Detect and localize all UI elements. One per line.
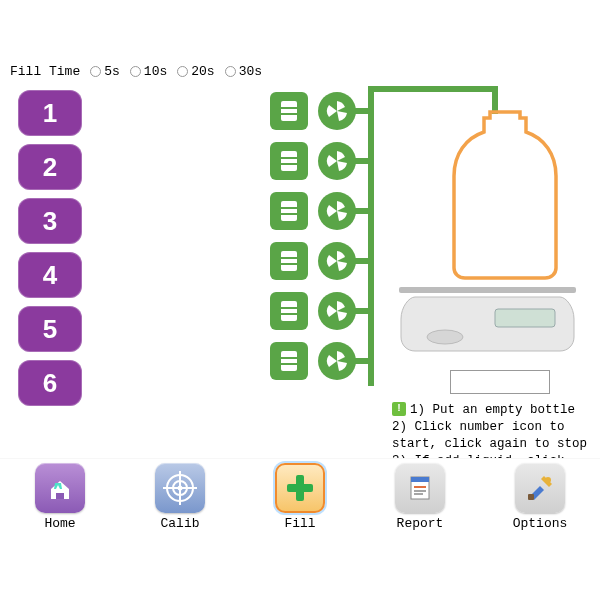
target-icon bbox=[155, 463, 205, 513]
svg-rect-11 bbox=[281, 263, 297, 265]
svg-rect-0 bbox=[281, 101, 297, 121]
barrel-icon bbox=[279, 349, 299, 373]
tools-icon bbox=[515, 463, 565, 513]
fan-icon bbox=[325, 249, 349, 273]
svg-rect-15 bbox=[281, 351, 297, 371]
svg-rect-1 bbox=[281, 107, 297, 109]
fill-time-label: Fill Time bbox=[10, 64, 80, 79]
svg-rect-12 bbox=[281, 301, 297, 321]
tank-4-button[interactable] bbox=[270, 242, 308, 280]
bottom-nav: Home Calib Fill Report Options bbox=[0, 458, 600, 538]
number-column: 1 2 3 4 5 6 bbox=[18, 90, 82, 406]
nav-home[interactable]: Home bbox=[15, 463, 105, 531]
nav-fill-label: Fill bbox=[284, 516, 315, 531]
fan-icon bbox=[325, 99, 349, 123]
pump-4-button[interactable] bbox=[318, 242, 356, 280]
svg-rect-6 bbox=[281, 201, 297, 221]
channel-2-button[interactable]: 2 bbox=[18, 144, 82, 190]
nav-home-label: Home bbox=[44, 516, 75, 531]
radio-icon bbox=[90, 66, 101, 77]
fill-time-20s[interactable]: 20s bbox=[177, 64, 214, 79]
report-icon bbox=[395, 463, 445, 513]
tank-1-button[interactable] bbox=[270, 92, 308, 130]
pump-3-button[interactable] bbox=[318, 192, 356, 230]
channel-3-button[interactable]: 3 bbox=[18, 198, 82, 244]
svg-rect-7 bbox=[281, 207, 297, 209]
fan-icon bbox=[325, 299, 349, 323]
nav-calib[interactable]: Calib bbox=[135, 463, 225, 531]
svg-rect-4 bbox=[281, 157, 297, 159]
svg-rect-34 bbox=[528, 494, 534, 500]
svg-rect-16 bbox=[281, 357, 297, 359]
nav-fill[interactable]: Fill bbox=[255, 463, 345, 531]
svg-rect-18 bbox=[399, 287, 576, 293]
fill-time-10s[interactable]: 10s bbox=[130, 64, 167, 79]
barrel-icon bbox=[279, 149, 299, 173]
radio-icon bbox=[130, 66, 141, 77]
nav-options[interactable]: Options bbox=[495, 463, 585, 531]
tank-6-button[interactable] bbox=[270, 342, 308, 380]
weight-input[interactable] bbox=[450, 370, 550, 394]
svg-rect-14 bbox=[281, 313, 297, 315]
tank-5-button[interactable] bbox=[270, 292, 308, 330]
barrel-icon bbox=[279, 249, 299, 273]
channel-5-button[interactable]: 5 bbox=[18, 306, 82, 352]
barrel-icon bbox=[279, 99, 299, 123]
tank-2-button[interactable] bbox=[270, 142, 308, 180]
svg-rect-5 bbox=[281, 163, 297, 165]
svg-point-20 bbox=[427, 330, 463, 344]
svg-rect-2 bbox=[281, 113, 297, 115]
svg-rect-3 bbox=[281, 151, 297, 171]
info-icon: ! bbox=[392, 402, 406, 416]
svg-rect-9 bbox=[281, 251, 297, 271]
main-screen: Fill Time 5s 10s 20s 30s 1 2 3 4 5 6 bbox=[0, 58, 600, 538]
pump-1-button[interactable] bbox=[318, 92, 356, 130]
scale-icon bbox=[395, 283, 580, 363]
home-icon bbox=[35, 463, 85, 513]
fill-time-row: Fill Time 5s 10s 20s 30s bbox=[10, 64, 262, 79]
nav-report[interactable]: Report bbox=[375, 463, 465, 531]
barrel-icon bbox=[279, 299, 299, 323]
svg-rect-19 bbox=[495, 309, 555, 327]
tank-3-button[interactable] bbox=[270, 192, 308, 230]
channel-1-button[interactable]: 1 bbox=[18, 90, 82, 136]
fan-icon bbox=[325, 199, 349, 223]
pump-5-button[interactable] bbox=[318, 292, 356, 330]
svg-rect-17 bbox=[281, 363, 297, 365]
nav-calib-label: Calib bbox=[160, 516, 199, 531]
svg-rect-10 bbox=[281, 257, 297, 259]
radio-icon bbox=[225, 66, 236, 77]
svg-rect-13 bbox=[281, 307, 297, 309]
channel-4-button[interactable]: 4 bbox=[18, 252, 82, 298]
svg-rect-8 bbox=[281, 213, 297, 215]
channel-6-button[interactable]: 6 bbox=[18, 360, 82, 406]
svg-rect-29 bbox=[411, 477, 429, 482]
pump-2-button[interactable] bbox=[318, 142, 356, 180]
pump-6-button[interactable] bbox=[318, 342, 356, 380]
svg-rect-27 bbox=[287, 484, 313, 492]
radio-icon bbox=[177, 66, 188, 77]
svg-point-33 bbox=[545, 477, 551, 483]
bottle-icon bbox=[450, 110, 560, 280]
fill-time-30s[interactable]: 30s bbox=[225, 64, 262, 79]
barrel-icon bbox=[279, 199, 299, 223]
fill-time-5s[interactable]: 5s bbox=[90, 64, 120, 79]
fan-icon bbox=[325, 149, 349, 173]
nav-report-label: Report bbox=[397, 516, 444, 531]
plus-icon bbox=[275, 463, 325, 513]
fan-icon bbox=[325, 349, 349, 373]
nav-options-label: Options bbox=[513, 516, 568, 531]
